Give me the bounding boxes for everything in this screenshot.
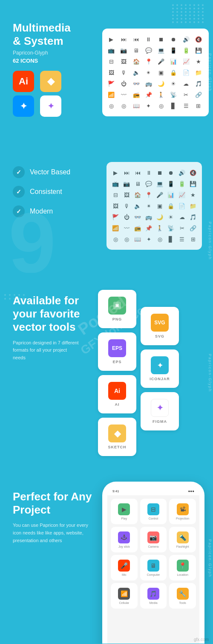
i-fg: 🚩 [111,212,120,222]
perfect-title: Perfect for Any Project [13,490,106,517]
i-v1: 🔊 [177,168,187,177]
tools-label: Tools [179,601,186,604]
i-lk: 🔒 [166,201,176,211]
cell-label: Cellular [119,601,129,604]
phone-app-tools: 🔧 Tools [169,583,196,609]
tool-card-png: PNG [98,290,136,328]
i-chat: 💬 [144,179,153,188]
joy-label: Joy stick [118,545,130,548]
media-app-icon: 🎵 [147,588,159,600]
proj-label: Projection [176,517,189,520]
feature-vector-label: Vector Based [30,168,70,176]
icon-ring2: ◎ [119,101,128,110]
phone-app-cellular: 📶 Cellular [111,583,138,609]
sidebar-label-2: Papricon-Glyph [208,222,212,260]
ai-icon: Ai [108,382,126,400]
tool-card-eps: EPS EPS [98,332,136,371]
icon-radio: 📻 [132,90,141,99]
feature-consistent: Consistent [13,186,106,198]
phone-app-camera: 📷 Camera [140,527,167,552]
icon-bluetooth: ✴ [144,68,153,77]
i-lc: 📌 [144,223,153,233]
phone-app-control: ⊟ Control [140,499,167,524]
dot-pattern-decoration [172,4,204,23]
flash-label: Flashlight [176,545,189,548]
app-icon-illustrator: Ai [13,71,34,92]
sidebar-label-1: Papricon-Glyph [208,53,212,92]
i-cl: ☁ [177,212,187,222]
i-mn: 🌙 [155,212,164,222]
i-v2: 🔇 [188,168,198,177]
mic-label: Mic [122,573,127,576]
i-fd: 📁 [188,201,198,211]
sidebar-label-4: Papricon-Glyph [208,539,212,578]
i-hm: 🏠 [133,190,142,199]
comp-label: Computer [147,573,160,576]
app-icon-dropbox: ✦ [13,95,34,117]
tools-title: Available for your favorite vector tools [13,294,98,334]
perfect-description: You can use Papricon for your every icon… [13,522,89,544]
i-e2: ⊞ [188,234,198,244]
icon-vol: 🔊 [181,35,191,44]
i-pause: ⏸ [144,168,153,177]
i-sl: ⊟ [111,190,120,199]
ai-label: AI [115,402,120,407]
icon-folder: 📁 [194,68,203,77]
i-wf: 📶 [111,223,120,233]
icon-walk: 🚶 [156,90,166,99]
icon-play: ▶ [106,35,116,44]
phone-signal: ●●● [188,489,195,493]
i-tv: 📺 [111,179,120,188]
icon-disk: 💾 [194,46,203,55]
joy-app-icon: 🕹 [118,531,130,543]
icon-bus: 🚌 [144,79,153,88]
icon-bar: 📊 [169,57,178,66]
phone-status-bar: 9:41 ●●● [107,487,199,495]
icon-antenna: 📡 [169,90,178,99]
i-nt: 🎵 [188,212,198,222]
phone-inner: 9:41 ●●● ▶ Play ⊟ Control 📽 Projection [107,487,199,644]
i-rec: ⏺ [166,168,176,177]
tool-card-ai: Ai AI [98,375,136,413]
proj-app-icon: 📽 [177,503,189,515]
icon-showcase-card-2: ▶ ⏭ ⏮ ⏸ ⏹ ⏺ 🔊 🔇 📺 📷 🖥 💬 💻 📱 🔋 💾 ⊟ 🖼 🏠 [106,162,202,250]
check-icon-consistent [13,186,25,198]
tools-right: PNG EPS EPS Ai AI ◆ SKETCH SVG SVG ✦ [98,290,204,456]
i-sn: ☀ [166,212,176,222]
icon-photo: 🖼 [119,57,128,66]
main-title: Multimedia & System [13,21,94,48]
icon-chart: 📈 [181,57,191,66]
icon-tv: 📺 [106,46,116,55]
i-sp: 🔈 [133,201,142,211]
phone-app-location: 📍 Location [169,555,196,580]
icon-flag: 🚩 [106,79,116,88]
icon-mute: 🔇 [194,35,203,44]
cam-label: Camera [148,545,159,548]
check-icon-vector [13,166,25,178]
icon-ring: ◎ [106,101,116,110]
control-app-icon: ⊟ [147,503,159,515]
icon-extra1: ☰ [181,101,191,110]
i-ch: 📈 [177,190,187,199]
i-bs: 🚌 [144,212,153,222]
icon-rec: ⏺ [169,35,178,44]
icon-stop: ⏹ [156,35,166,44]
media-label: Media [149,601,157,604]
i-ph: 🖼 [122,190,131,199]
app-icon-figma: ✦ [40,95,61,117]
i-bk: 📖 [133,234,142,244]
i-e1: ☰ [177,234,187,244]
svg-label: SVG [155,334,164,338]
tools-description: Papricon designed in 7 different formats… [13,339,81,362]
i-mc2: 🎙 [122,201,131,211]
i-mc: 🎤 [155,190,164,199]
tool-card-figma: ✦ FIGMA [141,392,179,430]
icon-sun: ☀ [169,79,178,88]
loc-label: Location [177,573,188,576]
check-icon-modern [13,205,25,217]
icon-monitor: 🖥 [132,46,141,55]
i-next: ⏭ [122,168,131,177]
icon-camera: 📷 [119,46,128,55]
phone-mockup: 9:41 ●●● ▶ Play ⊟ Control 📽 Projection [102,482,213,644]
icon-lock: 🔒 [169,68,178,77]
